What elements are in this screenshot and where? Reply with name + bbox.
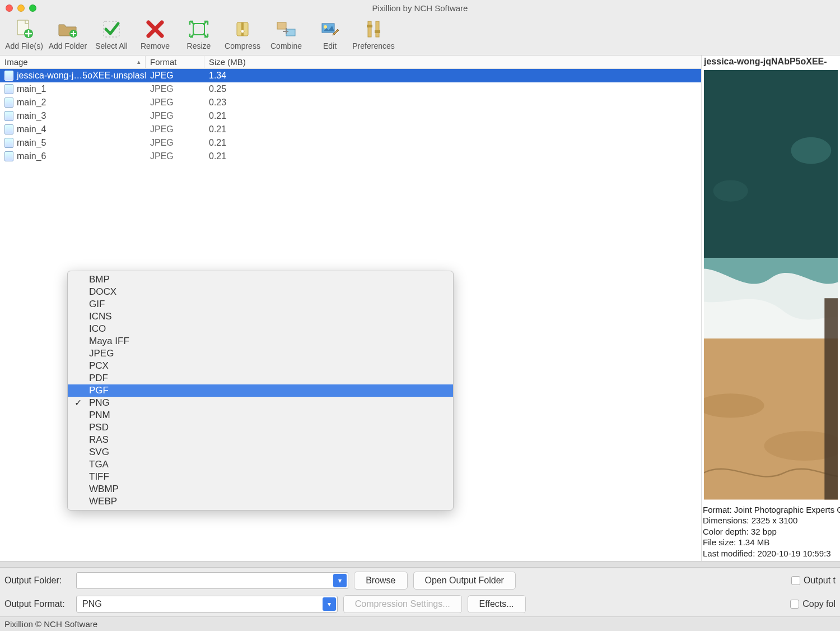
file-name: jessica-wong-j…5oXEE-unsplash xyxy=(17,71,146,81)
col-format[interactable]: Format xyxy=(146,56,204,68)
add-folder-button[interactable]: Add Folder xyxy=(46,18,90,52)
file-name: main_5 xyxy=(17,138,46,148)
image-file-icon xyxy=(4,124,13,134)
col-image[interactable]: Image▴ xyxy=(0,56,146,68)
browse-button[interactable]: Browse xyxy=(354,572,407,590)
svg-rect-15 xyxy=(375,30,380,33)
format-option-png[interactable]: PNG✓ xyxy=(68,397,453,409)
format-option-bmp[interactable]: BMP xyxy=(68,273,453,286)
svg-rect-6 xyxy=(241,22,244,36)
resize-button[interactable]: Resize xyxy=(177,18,221,52)
file-name: main_3 xyxy=(17,111,46,121)
image-file-icon xyxy=(4,71,13,81)
format-option-pgf[interactable]: PGF xyxy=(68,384,453,397)
format-option-ras[interactable]: RAS xyxy=(68,434,453,446)
file-size: 0.21 xyxy=(204,124,294,134)
file-format: JPEG xyxy=(146,124,204,134)
col-size[interactable]: Size (MB) xyxy=(204,56,294,68)
resize-icon xyxy=(188,19,210,39)
format-option-wbmp[interactable]: WBMP xyxy=(68,483,453,495)
file-format: JPEG xyxy=(146,84,204,94)
file-format: JPEG xyxy=(146,71,204,81)
sort-asc-icon: ▴ xyxy=(137,58,141,66)
output-folder-combo[interactable]: ▾ xyxy=(76,572,348,589)
table-row[interactable]: main_2JPEG0.23 xyxy=(0,96,701,109)
toolbar: Add File(s) Add Folder Select All Remove… xyxy=(0,16,840,55)
format-option-docx[interactable]: DOCX xyxy=(68,286,453,298)
svg-rect-21 xyxy=(824,298,838,499)
svg-point-22 xyxy=(791,137,831,164)
table-row[interactable]: main_6JPEG0.21 xyxy=(0,150,701,163)
image-file-icon xyxy=(4,84,13,94)
toolbar-label: Add Folder xyxy=(49,41,87,50)
image-file-icon xyxy=(4,111,13,121)
edit-button[interactable]: Edit xyxy=(308,18,352,52)
format-option-ico[interactable]: ICO xyxy=(68,323,453,335)
file-size: 0.25 xyxy=(204,84,294,94)
remove-button[interactable]: Remove xyxy=(133,18,177,52)
format-option-pdf[interactable]: PDF xyxy=(68,372,453,384)
format-dropdown-menu[interactable]: BMPDOCXGIFICNSICOMaya IFFJPEGPCXPDFPGFPN… xyxy=(67,271,454,511)
toolbar-label: Remove xyxy=(141,41,170,50)
format-option-svg[interactable]: SVG xyxy=(68,446,453,458)
preview-image xyxy=(704,70,838,500)
close-icon[interactable] xyxy=(6,4,13,12)
chevron-down-icon: ▾ xyxy=(323,597,336,611)
table-row[interactable]: main_3JPEG0.21 xyxy=(0,109,701,123)
preview-info: Format: Joint Photographic Experts G Dim… xyxy=(702,502,840,562)
image-file-icon xyxy=(4,151,13,161)
toolbar-label: Preferences xyxy=(352,41,394,50)
table-row[interactable]: main_5JPEG0.21 xyxy=(0,136,701,150)
file-size: 0.21 xyxy=(204,151,294,161)
format-option-pcx[interactable]: PCX xyxy=(68,360,453,372)
combine-icon xyxy=(275,19,297,39)
format-option-tiff[interactable]: TIFF xyxy=(68,471,453,483)
preferences-button[interactable]: Preferences xyxy=(352,18,395,52)
format-option-jpeg[interactable]: JPEG xyxy=(68,347,453,360)
svg-rect-14 xyxy=(367,25,372,27)
compress-button[interactable]: Compress xyxy=(221,18,264,52)
output-format-combo[interactable]: PNG▾ xyxy=(76,596,338,613)
minimize-icon[interactable] xyxy=(17,4,25,12)
checkmark-icon: ✓ xyxy=(74,397,82,408)
maximize-icon[interactable] xyxy=(29,4,36,12)
format-option-pnm[interactable]: PNM xyxy=(68,409,453,421)
svg-point-23 xyxy=(713,180,748,201)
column-headers: Image▴ Format Size (MB) xyxy=(0,55,701,69)
svg-rect-4 xyxy=(193,24,204,35)
file-name: main_1 xyxy=(17,84,46,94)
add-files-button[interactable]: Add File(s) xyxy=(2,18,46,52)
svg-rect-16 xyxy=(704,70,838,258)
table-row[interactable]: main_1JPEG0.25 xyxy=(0,82,701,96)
svg-rect-8 xyxy=(277,22,286,29)
image-file-icon xyxy=(4,98,13,108)
toolbar-label: Edit xyxy=(323,41,337,50)
edit-icon xyxy=(319,19,341,39)
output-checkbox-1[interactable]: Output t xyxy=(791,576,836,586)
select-all-button[interactable]: Select All xyxy=(90,18,133,52)
toolbar-label: Select All xyxy=(95,41,128,50)
folder-plus-icon xyxy=(57,19,79,39)
table-row[interactable]: jessica-wong-j…5oXEE-unsplashJPEG1.34 xyxy=(0,69,701,82)
file-format: JPEG xyxy=(146,111,204,121)
splitter[interactable] xyxy=(0,561,840,568)
output-checkbox-2[interactable]: Copy fol xyxy=(790,599,836,609)
preferences-icon xyxy=(362,19,385,39)
file-format: JPEG xyxy=(146,138,204,148)
output-format-label: Output Format: xyxy=(4,599,71,609)
format-option-icns[interactable]: ICNS xyxy=(68,310,453,323)
svg-rect-12 xyxy=(368,21,371,37)
format-option-webp[interactable]: WEBP xyxy=(68,495,453,508)
table-row[interactable]: main_4JPEG0.21 xyxy=(0,123,701,136)
open-output-folder-button[interactable]: Open Output Folder xyxy=(413,572,516,590)
combine-button[interactable]: Combine xyxy=(264,18,308,52)
format-option-gif[interactable]: GIF xyxy=(68,298,453,310)
format-option-psd[interactable]: PSD xyxy=(68,421,453,434)
file-name: main_4 xyxy=(17,124,46,134)
compression-settings-button[interactable]: Compression Settings... xyxy=(343,595,462,613)
effects-button[interactable]: Effects... xyxy=(468,595,526,613)
file-name: main_6 xyxy=(17,151,46,161)
preview-panel: jessica-wong-jqNAbP5oXEE- Format xyxy=(701,55,840,561)
format-option-tga[interactable]: TGA xyxy=(68,458,453,471)
format-option-maya-iff[interactable]: Maya IFF xyxy=(68,335,453,347)
